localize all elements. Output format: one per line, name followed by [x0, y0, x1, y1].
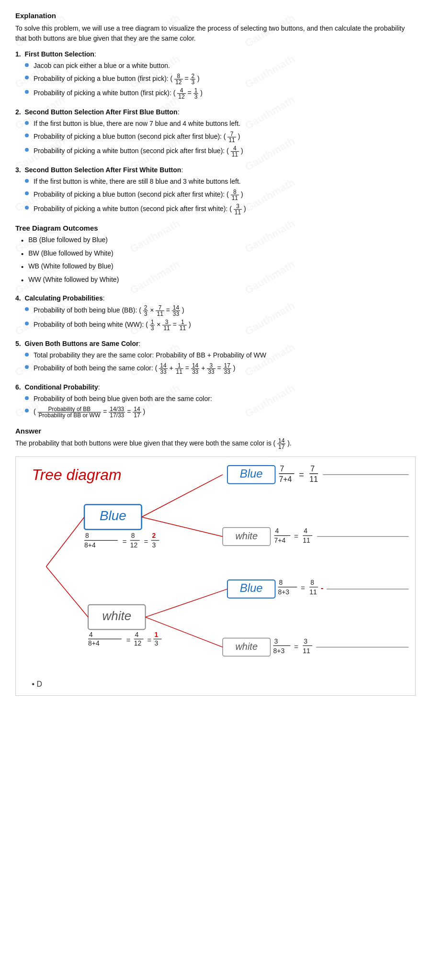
bullet-item: ( Probability of BBProbability of BB or … [25, 406, 416, 418]
svg-text:4: 4 [135, 631, 139, 638]
svg-text:=: = [294, 532, 298, 540]
svg-text:11: 11 [309, 475, 318, 483]
svg-text:12: 12 [134, 639, 142, 647]
svg-text:3: 3 [304, 637, 307, 645]
answer-text: The probability that both buttons were b… [15, 438, 416, 450]
bullet-dot [25, 396, 29, 400]
svg-text:-: - [321, 584, 323, 592]
section-5-heading: 5. Given Both Buttons are Same Color: [15, 340, 416, 347]
bullet-dot [25, 191, 29, 195]
svg-text:Tree diagram: Tree diagram [32, 466, 122, 483]
bullet-dot [25, 63, 29, 67]
svg-text:11: 11 [303, 536, 310, 544]
tree-outcomes-list: • BB (Blue followed by Blue) • BW (Blue … [21, 235, 416, 286]
bullet-dot [25, 179, 29, 183]
section-6-bullets: Probability of both being blue given bot… [25, 394, 416, 418]
bullet-item: Probability of picking a blue button (se… [25, 131, 416, 143]
bullet-item: Total probability they are the same colo… [25, 350, 416, 360]
svg-text:11: 11 [309, 588, 317, 596]
section-6-heading: 6. Conditional Probability: [15, 383, 416, 391]
bullet-item: Probability of both being the same color… [25, 363, 416, 375]
svg-text:=: = [294, 643, 298, 651]
dash-item: • WW (White followed by White) [21, 275, 416, 286]
dash-item: • BB (Blue followed by Blue) [21, 235, 416, 246]
section-4-heading: 4. Calculating Probabilities: [15, 294, 416, 302]
svg-text:1: 1 [155, 631, 159, 638]
svg-text:=: = [123, 537, 127, 546]
answer-header: Answer [15, 427, 416, 435]
bullet-item: Probability of picking a white button (f… [25, 88, 416, 100]
section-1-bullets: Jacob can pick either a blue or a white … [25, 61, 416, 100]
bullet-dot [25, 409, 29, 412]
section-3-bullets: If the first button is white, there are … [25, 177, 416, 215]
svg-text:=: = [299, 470, 304, 479]
svg-text:white: white [102, 609, 131, 623]
svg-text:=: = [126, 636, 131, 644]
section-1-heading: 1. First Button Selection: [15, 50, 416, 58]
section-5: 5. Given Both Buttons are Same Color: To… [15, 340, 416, 375]
bullet-item: Probability of both being blue (BB): ( 2… [25, 305, 416, 317]
svg-text:4: 4 [304, 527, 307, 535]
svg-text:=: = [301, 584, 305, 592]
bullet-dot [25, 353, 29, 356]
bullet-item: Probability of both being white (WW): ( … [25, 319, 416, 331]
section-2-heading: 2. Second Button Selection After First B… [15, 108, 416, 116]
svg-text:4: 4 [275, 527, 279, 535]
svg-text:=: = [144, 537, 148, 546]
svg-text:7+4: 7+4 [279, 475, 292, 483]
svg-text:11: 11 [303, 647, 310, 655]
svg-text:4: 4 [89, 631, 93, 638]
svg-text:8: 8 [279, 579, 283, 586]
svg-text:8: 8 [85, 532, 89, 539]
svg-text:8+4: 8+4 [84, 541, 96, 549]
bullet-item: Probability of picking a white button (s… [25, 203, 416, 215]
section-2: 2. Second Button Selection After First B… [15, 108, 416, 157]
bullet-item: Jacob can pick either a blue or a white … [25, 61, 416, 71]
bullet-item: Probability of picking a white button (s… [25, 145, 416, 157]
tree-outcomes-section: Tree Diagram Outcomes • BB (Blue followe… [15, 224, 416, 286]
svg-text:8+4: 8+4 [88, 639, 100, 647]
bullet-dot [25, 121, 29, 125]
answer-section: Answer The probability that both buttons… [15, 427, 416, 450]
svg-text:2: 2 [152, 532, 156, 539]
bullet-item: If the first button is white, there are … [25, 177, 416, 187]
svg-text:8+3: 8+3 [278, 588, 289, 596]
bullet-item: If the first button is blue, there are n… [25, 119, 416, 129]
bullet-dot [25, 206, 29, 210]
svg-text:3: 3 [274, 637, 278, 645]
section-6: 6. Conditional Probability: Probability … [15, 383, 416, 418]
bullet-dot [25, 322, 29, 325]
svg-text:white: white [235, 531, 257, 541]
svg-text:white: white [235, 641, 257, 652]
svg-text:7: 7 [310, 465, 315, 473]
intro-paragraph: To solve this problem, we will use a tre… [15, 23, 416, 44]
svg-text:8: 8 [310, 579, 314, 586]
bullet-dot [25, 76, 29, 79]
bullet-item: Probability of picking a blue button (fi… [25, 73, 416, 85]
svg-text:8+3: 8+3 [273, 647, 285, 655]
svg-text:=: = [147, 636, 152, 644]
bullet-dot [25, 148, 29, 152]
section-3-heading: 3. Second Button Selection After First W… [15, 166, 416, 174]
svg-text:12: 12 [130, 541, 138, 549]
section-5-bullets: Total probability they are the same colo… [25, 350, 416, 375]
section-3: 3. Second Button Selection After First W… [15, 166, 416, 215]
dash-item: • BW (Blue followed by White) [21, 248, 416, 260]
section-1: 1. First Button Selection: Jacob can pic… [15, 50, 416, 100]
tree-diagram: Tree diagram Blue 7 7+4 = 7 11 Blue 8 8+… [15, 457, 416, 696]
svg-rect-0 [18, 457, 414, 695]
bullet-dot [25, 90, 29, 94]
bullet-item: Probability of picking a blue button (se… [25, 189, 416, 201]
svg-text:Blue: Blue [240, 581, 263, 594]
tree-outcomes-header: Tree Diagram Outcomes [15, 224, 416, 232]
svg-text:• D: • D [32, 680, 43, 688]
svg-text:3: 3 [155, 639, 159, 647]
svg-text:Blue: Blue [100, 508, 126, 523]
section-4-bullets: Probability of both being blue (BB): ( 2… [25, 305, 416, 331]
bullet-dot [25, 134, 29, 137]
svg-text:8: 8 [131, 532, 135, 539]
svg-text:Blue: Blue [240, 467, 263, 480]
svg-text:3: 3 [152, 541, 156, 549]
bullet-item: Probability of both being blue given bot… [25, 394, 416, 404]
bullet-dot [25, 365, 29, 369]
